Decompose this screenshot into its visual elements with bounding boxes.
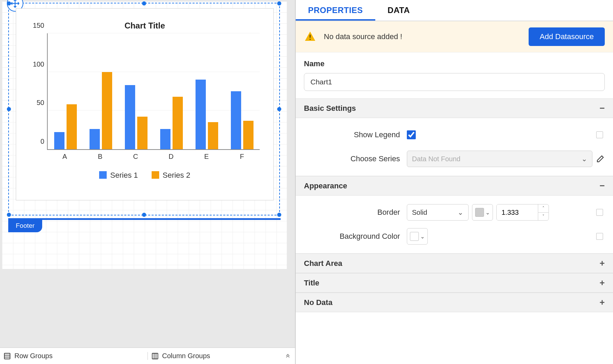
- stepper-down-icon[interactable]: ˅: [538, 213, 549, 221]
- bar: [160, 129, 170, 149]
- bar: [54, 132, 64, 149]
- chart-legend: Series 1Series 2: [16, 161, 273, 180]
- bar: [137, 117, 148, 149]
- properties-tabs: PROPERTIES DATA: [296, 0, 613, 21]
- y-tick-label: 150: [33, 22, 48, 30]
- resize-handle[interactable]: [7, 213, 11, 217]
- chart-plot-area: 050100150: [47, 33, 260, 150]
- border-label: Border: [304, 208, 407, 217]
- alert-message: No data source added !: [324, 32, 521, 41]
- bar: [90, 129, 100, 149]
- advanced-toggle[interactable]: [596, 233, 603, 240]
- resize-handle[interactable]: [277, 107, 281, 111]
- choose-series-value: Data Not Found: [412, 155, 460, 163]
- y-tick-label: 0: [40, 138, 48, 145]
- border-width-input[interactable]: ˄ ˅: [496, 204, 549, 221]
- background-color-label: Background Color: [304, 232, 407, 241]
- bar: [67, 104, 77, 149]
- row-groups-pane[interactable]: Row Groups: [0, 352, 148, 360]
- y-tick-label: 100: [33, 60, 48, 68]
- svg-rect-6: [310, 35, 311, 38]
- tab-data[interactable]: DATA: [375, 0, 422, 21]
- x-tick-label: A: [47, 150, 82, 161]
- design-surface[interactable]: Chart Title 050100150 ABCDEF Series 1Ser…: [0, 0, 295, 348]
- warning-icon: [304, 31, 316, 43]
- report-page[interactable]: Chart Title 050100150 ABCDEF Series 1Ser…: [2, 1, 287, 269]
- resize-handle[interactable]: [7, 1, 11, 5]
- section-title-header[interactable]: Title +: [296, 273, 613, 293]
- svg-rect-0: [4, 353, 10, 359]
- legend-item: Series 1: [99, 171, 138, 180]
- border-color-swatch: [475, 208, 484, 217]
- chevron-down-icon: ⌄: [485, 209, 490, 216]
- svg-rect-3: [152, 353, 158, 359]
- tab-properties[interactable]: PROPERTIES: [296, 0, 375, 21]
- bar: [173, 97, 183, 149]
- advanced-toggle[interactable]: [596, 131, 603, 138]
- chart-x-axis-labels: ABCDEF: [47, 150, 260, 161]
- x-tick-label: C: [118, 150, 153, 161]
- legend-swatch: [99, 171, 107, 179]
- section-title: Appearance: [304, 181, 347, 190]
- show-legend-label: Show Legend: [304, 130, 407, 139]
- section-title: Basic Settings: [304, 104, 356, 113]
- column-groups-pane[interactable]: Column Groups: [148, 352, 295, 360]
- section-title: Title: [304, 279, 319, 287]
- chart-selection-frame[interactable]: Chart Title 050100150 ABCDEF Series 1Ser…: [8, 3, 280, 215]
- resize-handle[interactable]: [7, 107, 11, 111]
- resize-handle[interactable]: [142, 1, 146, 5]
- chart-widget[interactable]: Chart Title 050100150 ABCDEF Series 1Ser…: [16, 8, 274, 200]
- y-tick-label: 50: [37, 99, 48, 107]
- expand-icon: +: [600, 278, 605, 288]
- svg-rect-7: [310, 39, 311, 40]
- properties-panel: PROPERTIES DATA No data source added ! A…: [295, 0, 613, 364]
- x-tick-label: E: [189, 150, 224, 161]
- stepper-up-icon[interactable]: ˄: [538, 204, 549, 213]
- border-color-picker[interactable]: ⌄: [472, 204, 493, 221]
- section-basic-settings-header[interactable]: Basic Settings −: [296, 98, 613, 118]
- section-tab-footer[interactable]: Footer: [8, 220, 42, 232]
- bar: [231, 91, 241, 149]
- collapse-icon: −: [600, 180, 605, 191]
- background-color-swatch: [410, 232, 419, 241]
- bar: [243, 121, 254, 149]
- resize-handle[interactable]: [142, 213, 146, 217]
- chevron-down-icon: ⌄: [581, 155, 587, 163]
- chevron-down-icon: ⌄: [420, 233, 425, 240]
- section-chart-area-header[interactable]: Chart Area +: [296, 254, 613, 273]
- bar: [125, 85, 135, 149]
- border-style-value: Solid: [412, 209, 427, 216]
- add-datasource-button[interactable]: Add Datasource: [529, 27, 605, 46]
- edit-icon[interactable]: [596, 154, 605, 163]
- row-groups-label: Row Groups: [14, 352, 52, 360]
- bar: [208, 122, 218, 149]
- resize-handle[interactable]: [277, 1, 281, 5]
- choose-series-select[interactable]: Data Not Found ⌄: [407, 151, 592, 167]
- column-groups-label: Column Groups: [162, 352, 210, 360]
- section-no-data-header[interactable]: No Data +: [296, 293, 613, 312]
- border-width-field[interactable]: [497, 204, 538, 220]
- x-tick-label: D: [153, 150, 189, 161]
- design-canvas-panel: Chart Title 050100150 ABCDEF Series 1Ser…: [0, 0, 295, 364]
- background-color-picker[interactable]: ⌄: [407, 228, 428, 245]
- x-tick-label: B: [82, 150, 118, 161]
- name-label: Name: [304, 59, 605, 68]
- advanced-toggle[interactable]: [596, 209, 603, 216]
- section-title: Chart Area: [304, 259, 342, 268]
- bar: [102, 72, 112, 149]
- section-appearance-header[interactable]: Appearance −: [296, 176, 613, 196]
- collapse-groups-icon[interactable]: [285, 352, 291, 360]
- legend-swatch: [152, 171, 159, 179]
- row-groups-icon: [3, 352, 11, 360]
- chevron-down-icon: ⌄: [458, 208, 463, 216]
- border-style-select[interactable]: Solid ⌄: [407, 204, 469, 221]
- name-input[interactable]: [304, 73, 605, 91]
- no-datasource-alert: No data source added ! Add Datasource: [296, 21, 613, 52]
- legend-item: Series 2: [152, 171, 190, 180]
- column-groups-icon: [151, 352, 159, 360]
- resize-handle[interactable]: [277, 213, 281, 217]
- show-legend-checkbox[interactable]: [407, 130, 416, 139]
- expand-icon: +: [600, 258, 605, 269]
- groups-bottom-bar: Row Groups Column Groups: [0, 348, 295, 364]
- bar: [196, 80, 206, 149]
